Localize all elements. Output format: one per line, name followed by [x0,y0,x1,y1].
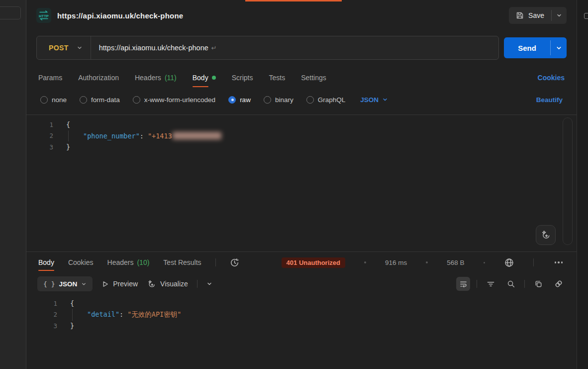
save-split-button: Save [509,7,567,24]
sidebar-collapsed-item[interactable] [0,6,21,19]
radio-graphql[interactable]: GraphQL [306,96,346,104]
redacted-phone-value [173,132,221,139]
radio-icon [306,96,314,104]
filter-icon [487,280,495,288]
tab-headers[interactable]: Headers (11) [135,68,177,88]
radio-raw[interactable]: raw [228,96,251,104]
body-type-bar: none form-data x-www-form-urlencoded raw… [26,91,577,109]
copy-icon [534,280,543,288]
postbot-button[interactable] [536,225,556,245]
tab-authorization[interactable]: Authorization [78,68,119,88]
json-value: "无效的API密钥" [127,310,181,318]
chevron-down-icon[interactable] [206,281,212,287]
radio-icon [40,96,48,104]
link-icon [554,279,563,288]
radio-form-data[interactable]: form-data [80,96,120,104]
right-sidebar [577,0,588,369]
code-line: 1 { [26,119,577,130]
response-tab-body[interactable]: Body [38,252,54,273]
search-button[interactable] [504,277,518,291]
cookies-link[interactable]: Cookies [538,74,565,82]
chevron-down-icon [382,97,388,103]
wrap-text-button[interactable] [456,277,470,291]
code-line: 3 } [26,141,577,153]
response-size[interactable]: 568 B [447,259,464,266]
tab-tests[interactable]: Tests [269,68,285,88]
response-history-button[interactable] [230,258,239,267]
left-sidebar [0,0,26,369]
url-enter-hint: ↵ [211,44,217,52]
response-body-editor[interactable]: 1 { 2 "detail":"无效的API密钥" 3 } [26,295,577,369]
code-line: 2 "phone_number":"+1413 [26,130,577,142]
tab-params[interactable]: Params [38,68,62,88]
response-tab-headers[interactable]: Headers (10) [107,252,150,273]
postbot-sparkle-icon [540,230,551,241]
language-selector[interactable]: JSON [360,96,388,104]
response-more-options-icon[interactable] [553,259,565,265]
filter-button[interactable] [484,277,497,291]
radio-urlencoded[interactable]: x-www-form-urlencoded [133,96,215,104]
beautify-link[interactable]: Beautify [536,96,563,104]
preview-button[interactable]: Preview [101,280,138,288]
response-headers-count: (10) [137,258,149,266]
json-value: "+1413 [148,132,172,140]
chevron-down-icon [556,12,562,18]
json-key: "detail" [87,310,119,318]
chevron-down-icon[interactable] [77,45,83,51]
line-number: 3 [26,322,57,330]
postbot-sparkle-icon [147,279,156,289]
page-title: https://api.xiaomu.uk/check-phone [57,11,183,20]
status-badge[interactable]: 401 Unauthorized [282,257,345,268]
request-tab-bar: Params Authorization Headers (11) Body S… [26,68,577,88]
radio-binary[interactable]: binary [264,96,294,104]
radio-icon [80,96,87,104]
url-field: POST https://api.xiaomu.uk/check-phone ↵ [36,36,499,60]
response-format-selector[interactable]: { } JSON [37,276,93,291]
visualize-button[interactable]: Visualize [147,279,188,289]
save-button-label: Save [528,11,544,19]
right-rail-icon[interactable] [584,13,588,19]
send-split-button: Send [504,37,567,58]
response-toolbar: { } JSON Preview Visualize [26,273,577,295]
line-number: 3 [26,143,53,151]
svg-text:HTTP: HTTP [39,14,49,18]
request-title-bar: HTTP https://api.xiaomu.uk/check-phone S… [26,0,577,31]
tab-scripts[interactable]: Scripts [232,68,253,88]
response-tab-test-results[interactable]: Test Results [163,252,201,273]
response-time[interactable]: 916 ms [385,259,407,266]
wrap-text-icon [459,280,468,288]
response-tab-cookies[interactable]: Cookies [68,252,94,273]
history-clock-icon [230,258,239,267]
save-options-button[interactable] [552,7,567,24]
globe-network-icon[interactable] [504,257,514,268]
line-number: 2 [26,132,53,139]
url-input[interactable]: https://api.xiaomu.uk/check-phone [99,44,208,52]
line-number: 2 [26,311,57,318]
copy-button[interactable] [531,277,545,291]
chevron-down-icon [556,45,562,51]
radio-icon [264,96,271,104]
radio-selected-icon [228,96,236,104]
send-options-button[interactable] [551,37,567,58]
search-icon [507,280,515,288]
http-request-icon: HTTP [36,8,51,23]
body-modified-dot [212,76,216,80]
code-line: 3 } [26,320,577,332]
response-view-actions [456,277,566,291]
radio-none[interactable]: none [40,96,67,104]
request-body-editor[interactable]: 1 { 2 "phone_number":"+1413 3 } [26,115,577,251]
send-button[interactable]: Send [504,37,550,58]
save-button[interactable]: Save [509,7,551,24]
line-number: 1 [26,300,57,307]
code-line: 2 "detail":"无效的API密钥" [26,309,577,321]
active-tab-indicator [245,0,342,1]
tab-settings[interactable]: Settings [301,68,326,88]
method-selector[interactable]: POST [37,44,77,52]
play-icon [101,280,109,288]
request-bar: POST https://api.xiaomu.uk/check-phone ↵… [26,35,577,61]
link-button[interactable] [552,277,566,291]
chevron-down-icon [81,281,87,287]
tab-body[interactable]: Body [193,68,216,88]
editor-scrollbar[interactable] [563,118,573,245]
headers-count: (11) [165,74,177,82]
